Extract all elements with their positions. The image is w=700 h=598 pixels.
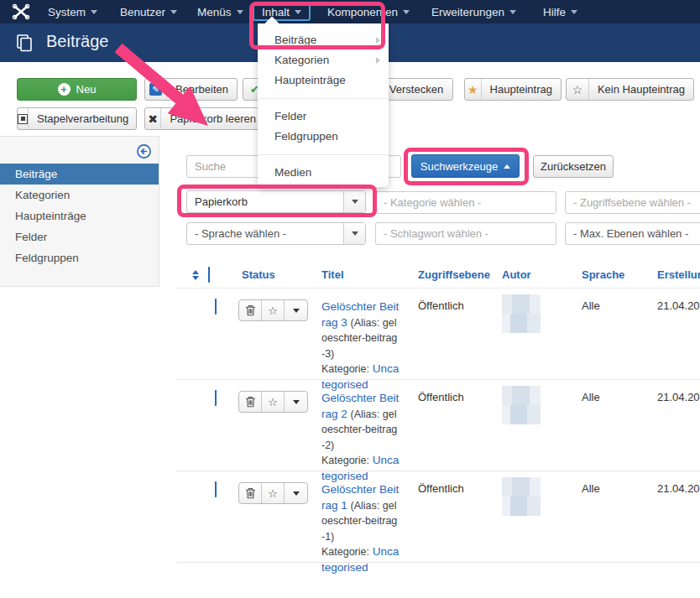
- caret-down-icon: [295, 10, 301, 14]
- header-status[interactable]: Status: [235, 268, 315, 281]
- status-dropdown-caret-icon[interactable]: [285, 483, 307, 503]
- access-level: Öffentlich: [411, 289, 495, 393]
- menu-separator: [259, 98, 388, 99]
- suchwerkzeuge-button[interactable]: Suchwerkzeuge: [411, 154, 520, 178]
- sidebar-collapse-icon[interactable]: [136, 143, 152, 163]
- sidebar-item-feldgruppen[interactable]: Feldgruppen: [0, 247, 159, 268]
- menu-item-medien[interactable]: Medien: [258, 163, 389, 183]
- table-row: ☆ Gelöschter Beitrag 3 (Alias: geloescht…: [176, 289, 700, 380]
- menubar-item-benutzer[interactable]: Benutzer: [112, 0, 185, 23]
- sidebar-item-hauptein[interactable]: Haupteinträge: [0, 205, 159, 226]
- caret-down-icon: [237, 10, 243, 14]
- x-icon: ✖: [148, 112, 158, 126]
- menubar-item-komponenten[interactable]: Komponenten: [320, 0, 417, 23]
- feature-star-icon[interactable]: ☆: [262, 300, 285, 320]
- row-checkbox[interactable]: [215, 481, 217, 497]
- caret-down-icon: [571, 10, 577, 14]
- caret-down-icon: [91, 10, 97, 14]
- kein-haupteintrag-button[interactable]: ☆ Kein Haupteintrag: [566, 78, 694, 101]
- zuruecksetzen-button[interactable]: Zurücksetzen: [533, 155, 614, 178]
- status-dropdown-caret-icon[interactable]: [285, 300, 307, 320]
- haupteintrag-button[interactable]: ★ Haupteintrag: [464, 78, 562, 101]
- feature-star-icon[interactable]: ☆: [262, 392, 285, 412]
- caret-down-icon: [403, 10, 410, 14]
- menu-item-beitraege[interactable]: Beiträge: [258, 30, 389, 50]
- author-redacted: [502, 294, 541, 333]
- sidebar: Beiträge Kategorien Haupteinträge Felder…: [0, 136, 159, 287]
- batch-icon: [18, 114, 28, 124]
- bearbeiten-button[interactable]: ✎ Bearbeiten: [144, 78, 238, 101]
- category-label: Kategorie:: [321, 363, 369, 375]
- menu-item-hauptein[interactable]: Haupteinträge: [258, 70, 389, 91]
- status-button-group: ☆: [238, 391, 308, 413]
- feature-star-icon[interactable]: ☆: [262, 483, 285, 503]
- header-titel[interactable]: Titel: [315, 268, 411, 281]
- header-sprache[interactable]: Sprache: [575, 268, 650, 281]
- category-label: Kategorie:: [321, 546, 369, 558]
- table-row: ☆ Gelöschter Beitrag 1 (Alias: geloescht…: [176, 471, 700, 563]
- trash-icon[interactable]: [239, 392, 262, 412]
- language-value: Alle: [575, 471, 650, 575]
- zugriffsebene-filter[interactable]: - Zugriffsebene wählen -: [565, 191, 700, 214]
- menubar-item-inhalt[interactable]: Inhalt: [253, 3, 311, 21]
- access-level: Öffentlich: [411, 471, 495, 575]
- created-date: 21.04.2022: [650, 289, 700, 393]
- table-header-row: Status Titel Zugriffsebene Autor Sprache…: [176, 262, 700, 289]
- table-row: ☆ Gelöschter Beitrag 2 (Alias: geloescht…: [176, 380, 700, 471]
- stapelverarbeitung-button[interactable]: Stapelverarbeitung: [17, 107, 137, 130]
- sprache-filter-select[interactable]: - Sprache wählen -: [186, 222, 366, 245]
- created-date: 21.04.2022: [650, 380, 700, 484]
- schlagwort-filter[interactable]: - Schlagwort wählen -: [375, 222, 556, 245]
- papierkorb-leeren-button[interactable]: ✖ Papierkorb leeren: [144, 107, 265, 130]
- sidebar-item-kategorien[interactable]: Kategorien: [0, 185, 159, 205]
- menubar-item-erweiterungen[interactable]: Erweiterungen: [424, 0, 524, 23]
- joomla-admin-screen: System Benutzer Menüs Inhalt Komponenten…: [0, 0, 700, 598]
- menu-item-kategorien[interactable]: Kategorien: [258, 50, 389, 70]
- top-menubar: System Benutzer Menüs Inhalt Komponenten…: [0, 0, 700, 23]
- plus-icon: +: [58, 83, 71, 96]
- articles-icon: [15, 34, 34, 55]
- sort-icon[interactable]: [190, 270, 201, 280]
- sidebar-item-beitraege[interactable]: Beiträge: [0, 164, 159, 185]
- caret-down-icon: [170, 10, 177, 14]
- status-button-group: ☆: [238, 299, 308, 321]
- category-label: Kategorie:: [321, 455, 369, 466]
- menu-separator: [259, 154, 388, 155]
- max-ebenen-filter[interactable]: - Max. Ebenen wählen -: [565, 222, 700, 245]
- status-dropdown-caret-icon[interactable]: [285, 392, 307, 412]
- status-filter-select[interactable]: Papierkorb: [186, 190, 366, 213]
- language-value: Alle: [575, 380, 650, 484]
- trash-icon[interactable]: [239, 483, 262, 503]
- neu-button[interactable]: +Neu: [17, 78, 137, 101]
- caret-down-icon: [343, 223, 365, 244]
- inhalt-dropdown-menu: Beiträge Kategorien Haupteinträge Felder…: [258, 23, 389, 187]
- trash-icon[interactable]: [239, 300, 262, 320]
- header-erstellungsdatum[interactable]: Erstellungsdatum: [650, 268, 700, 281]
- kategorie-filter[interactable]: - Kategorie wählen -: [375, 191, 556, 214]
- row-checkbox[interactable]: [215, 299, 217, 315]
- menubar-item-menus[interactable]: Menüs: [190, 0, 251, 23]
- select-all-checkbox[interactable]: [208, 267, 210, 283]
- author-redacted: [502, 477, 541, 516]
- submenu-chevron-icon: [376, 37, 380, 44]
- header-autor[interactable]: Autor: [495, 268, 575, 281]
- access-level: Öffentlich: [411, 380, 495, 484]
- author-redacted: [502, 386, 541, 424]
- sidebar-item-felder[interactable]: Felder: [0, 226, 159, 247]
- menubar-item-hilfe[interactable]: Hilfe: [535, 0, 585, 23]
- caret-down-icon: [343, 191, 365, 212]
- menu-item-feldgruppen[interactable]: Feldgruppen: [258, 127, 389, 147]
- header-zugriffsebene[interactable]: Zugriffsebene: [411, 268, 495, 281]
- status-button-group: ☆: [238, 482, 308, 504]
- star-outline-icon: ☆: [572, 83, 583, 96]
- joomla-logo-icon: [12, 3, 30, 23]
- row-checkbox[interactable]: [215, 390, 217, 406]
- submenu-chevron-icon: [376, 57, 380, 64]
- page-title: Beiträge: [46, 32, 109, 51]
- menubar-item-system[interactable]: System: [40, 0, 105, 23]
- menu-item-felder[interactable]: Felder: [258, 107, 389, 127]
- star-filled-icon: ★: [468, 83, 478, 96]
- edit-icon: ✎: [149, 83, 162, 96]
- created-date: 21.04.2022: [650, 471, 700, 575]
- language-value: Alle: [575, 289, 650, 393]
